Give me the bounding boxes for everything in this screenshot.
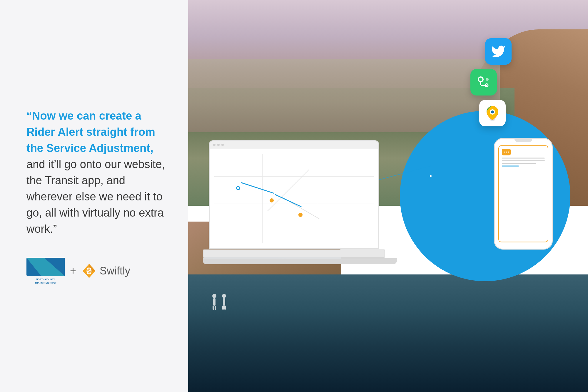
- phone-alert-header: [502, 149, 545, 155]
- phone-alert-box: [498, 145, 548, 242]
- nctd-text-line2: TRANSIT DISTRICT: [35, 282, 56, 284]
- phone-illustration: [491, 138, 556, 249]
- partner-logos: NORTH COUNTY TRANSIT DISTRICT + Swiftly: [26, 258, 168, 284]
- laptop-keyboard: [203, 249, 385, 258]
- svg-point-5: [486, 78, 489, 81]
- left-panel: “Now we can create a Rider Alert straigh…: [0, 0, 188, 392]
- google-maps-icon-card: [479, 100, 506, 126]
- plus-separator: +: [70, 265, 76, 277]
- quote-highlight: “Now we can create a Rider Alert straigh…: [26, 110, 155, 154]
- chat-dot-1: [504, 151, 505, 153]
- laptop-screen: [209, 140, 379, 249]
- people-silhouettes: [212, 294, 227, 310]
- water-bg: [188, 274, 588, 392]
- quote-normal-text: and it’ll go onto our website, the Trans…: [26, 158, 165, 235]
- chat-dot-2: [506, 151, 507, 153]
- map-area: [214, 154, 374, 243]
- grid-v2: [318, 154, 318, 243]
- swiftly-logo-group: Swiftly: [81, 263, 130, 279]
- laptop-illustration: [203, 140, 403, 264]
- swiftly-icon: [81, 263, 97, 279]
- phone-line-blue: [502, 165, 519, 166]
- twitter-icon-card: [485, 38, 512, 65]
- transit-app-icon-card: [470, 69, 497, 96]
- svg-rect-16: [215, 306, 216, 310]
- route-line-2: [275, 194, 302, 207]
- phone-line-3: [502, 163, 536, 164]
- svg-point-13: [212, 294, 216, 298]
- laptop-content: [210, 149, 378, 248]
- google-maps-icon: [484, 104, 501, 122]
- screen-dot-3: [221, 144, 224, 146]
- svg-rect-14: [213, 298, 216, 306]
- svg-rect-20: [224, 306, 226, 310]
- phone-line-2: [502, 160, 545, 161]
- svg-point-12: [491, 110, 494, 113]
- map-node-2: [270, 198, 274, 202]
- phone-content: [495, 142, 552, 246]
- svg-rect-19: [222, 306, 224, 310]
- transit-app-icon: [475, 73, 492, 91]
- chat-dot-3: [508, 151, 509, 153]
- laptop-top-bar: [210, 141, 378, 149]
- quote-block: “Now we can create a Rider Alert straigh…: [26, 108, 168, 237]
- nctd-logo: NORTH COUNTY TRANSIT DISTRICT: [26, 258, 65, 284]
- grid-h1: [214, 176, 374, 177]
- route-line-1: [240, 182, 274, 194]
- screen-dot-2: [217, 144, 220, 146]
- screen-dot-1: [213, 144, 216, 146]
- map-diagonal: [267, 169, 309, 211]
- phone-alert-lines: [502, 158, 545, 166]
- svg-point-9: [486, 85, 487, 86]
- laptop-base: [203, 258, 397, 264]
- right-panel: [188, 0, 588, 392]
- swiftly-brand-name: Swiftly: [100, 265, 130, 277]
- grid-v1: [262, 154, 263, 243]
- chat-bubble-icon: [502, 149, 511, 155]
- phone-line-1: [502, 158, 545, 158]
- svg-point-4: [478, 77, 483, 82]
- map-node-3: [298, 213, 303, 217]
- nctd-text-line1: NORTH COUNTY: [36, 278, 55, 281]
- person-1: [212, 294, 217, 310]
- chat-dots: [504, 151, 509, 153]
- app-icons-group: [473, 38, 506, 126]
- phone-body: [494, 138, 553, 249]
- svg-rect-18: [223, 298, 225, 306]
- map-node-1: [236, 186, 240, 190]
- svg-rect-15: [213, 306, 214, 310]
- svg-point-17: [222, 294, 226, 298]
- twitter-bird-icon: [491, 44, 506, 59]
- person-2: [221, 294, 227, 310]
- phone-notch: [514, 139, 532, 142]
- conn-dot-1: [429, 175, 432, 177]
